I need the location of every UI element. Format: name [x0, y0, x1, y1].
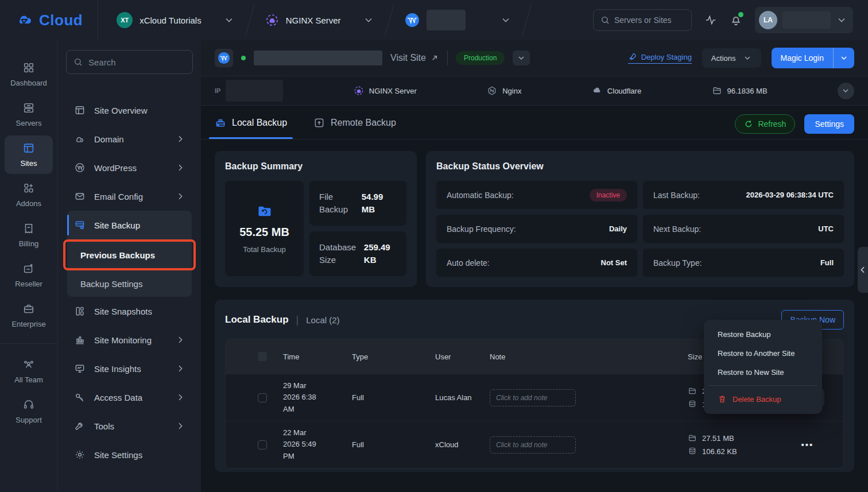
deploy-staging-label: Deploy Staging	[641, 53, 692, 61]
submenu-search-input[interactable]	[88, 57, 180, 67]
side-panel-toggle[interactable]	[858, 247, 868, 293]
briefcase-icon	[22, 303, 35, 315]
tab-local-backup[interactable]: Local Backup	[215, 117, 287, 139]
environment-dropdown-button[interactable]	[513, 51, 530, 65]
sidebar-item-addons[interactable]: Addons	[5, 176, 53, 214]
menu-restore-another-site[interactable]: Restore to Another Site	[704, 344, 822, 363]
note-input[interactable]: Click to add note	[490, 389, 576, 406]
sidebar-item-support[interactable]: Support	[5, 392, 53, 431]
actions-button[interactable]: Actions	[702, 48, 761, 68]
site-name-redacted	[427, 10, 466, 30]
row-actions-button[interactable]: •••	[791, 435, 824, 455]
chevron-right-icon	[176, 364, 185, 373]
menu-item-backup-settings[interactable]: Backup Settings	[67, 270, 192, 297]
workspace-selector[interactable]: XT xCloud Tutorials	[105, 12, 246, 28]
workspace-badge: XT	[117, 12, 133, 28]
activity-icon[interactable]	[704, 14, 717, 26]
environment-badge: Production	[456, 51, 505, 65]
envelope-icon	[74, 191, 86, 202]
sites-icon	[22, 142, 35, 154]
server-selector[interactable]: NGINX Server	[254, 13, 386, 27]
backup-time: 29 Mar 2026 6:38 AM	[283, 380, 352, 414]
delete-backup-label: Delete Backup	[733, 395, 781, 404]
time-line: 2026 6:38	[283, 393, 316, 401]
table-row: 22 Mar 2026 5:49 PM Full xCloud Click to…	[226, 421, 843, 468]
status-value: Daily	[609, 224, 627, 233]
backup-type: Full	[352, 393, 435, 402]
menu-item-site-monitoring[interactable]: Site Monitoring	[58, 326, 201, 354]
sidebar-item-enterprise[interactable]: Enterprise	[5, 296, 53, 335]
tab-label: Remote Backup	[331, 118, 396, 128]
sidebar-item-sites[interactable]: Sites	[5, 135, 53, 174]
ip-label: IP	[215, 87, 220, 94]
site-selector[interactable]	[393, 10, 523, 30]
actions-label: Actions	[711, 54, 736, 63]
database-size-tile: Database Size 259.49 KB	[309, 231, 406, 276]
column-time: Time	[283, 352, 352, 361]
tab-remote-backup[interactable]: Remote Backup	[313, 117, 396, 139]
deploy-staging-link[interactable]: Deploy Staging	[628, 52, 692, 64]
status-backup-frequency: Backup Frequency: Daily	[436, 215, 637, 243]
trash-icon	[718, 394, 727, 404]
global-search-input[interactable]	[614, 16, 677, 25]
magic-login-button[interactable]: Magic Login	[772, 48, 855, 68]
refresh-button[interactable]: Refresh	[735, 114, 795, 134]
tab-label: Local Backup	[232, 118, 287, 128]
sidebar-item-reseller[interactable]: Reseller	[5, 256, 53, 295]
status-value: UTC	[818, 224, 834, 233]
menu-item-site-backup[interactable]: Site Backup	[67, 211, 192, 239]
menu-item-tools[interactable]: Tools	[58, 412, 201, 440]
submenu-search[interactable]	[66, 50, 193, 74]
backup-user: xCloud	[435, 440, 490, 449]
reseller-icon	[22, 262, 35, 275]
chevron-right-icon	[176, 134, 185, 144]
sidebar-item-billing[interactable]: Billing	[5, 216, 53, 254]
total-backup-label: Total Backup	[243, 245, 285, 254]
backup-status-card: Backup Status Overview Automatic Backup:…	[426, 151, 854, 287]
menu-item-domain[interactable]: Domain	[58, 125, 201, 153]
servers-icon	[22, 102, 35, 114]
menu-restore-backup[interactable]: Restore Backup	[704, 325, 822, 344]
xcloud-logo[interactable]: Cloud	[0, 11, 98, 29]
menu-restore-new-site[interactable]: Restore to New Site	[704, 363, 822, 382]
user-name-redacted	[782, 11, 831, 29]
server-name: NGINX Server	[286, 16, 341, 25]
top-navbar: Cloud XT xCloud Tutorials NGINX Server	[0, 0, 868, 40]
notifications-button[interactable]	[730, 14, 742, 26]
menu-item-access-data[interactable]: Access Data	[58, 383, 201, 412]
backup-size: 27.51 MB 106.62 KB	[688, 433, 785, 456]
status-last-backup: Last Backup: 2026-03-29 06:38:34 UTC	[643, 181, 844, 209]
sidebar-item-dashboard[interactable]: Dashboard	[5, 55, 53, 94]
settings-button[interactable]: Settings	[804, 114, 854, 134]
menu-item-site-snapshots[interactable]: Site Snapshots	[58, 297, 201, 326]
status-value: Not Set	[601, 258, 627, 267]
cloud-logo-icon	[15, 11, 34, 29]
menu-item-wordpress[interactable]: WordPress	[58, 153, 201, 182]
visit-site-link[interactable]: Visit Site	[390, 53, 439, 63]
row-checkbox[interactable]	[258, 393, 267, 402]
magic-login-dropdown[interactable]	[833, 48, 854, 68]
menu-item-site-settings[interactable]: Site Settings	[58, 440, 201, 469]
menu-item-site-overview[interactable]: Site Overview	[58, 96, 201, 125]
user-menu[interactable]: LA	[755, 7, 853, 33]
menu-item-email-config[interactable]: Email Config	[58, 182, 201, 211]
team-icon	[22, 358, 35, 371]
select-all-checkbox[interactable]	[258, 352, 267, 361]
global-search[interactable]	[593, 9, 692, 31]
sidebar-item-all-team[interactable]: All Team	[5, 352, 53, 390]
sidebar-label: Reseller	[15, 280, 42, 288]
sidebar-label: Support	[16, 416, 42, 424]
menu-item-previous-backups[interactable]: Previous Backups	[63, 239, 196, 270]
folder-icon	[688, 433, 697, 443]
disk-usage: 96.1836 MB	[727, 87, 768, 95]
menu-item-site-insights[interactable]: Site Insights	[58, 354, 201, 383]
row-checkbox[interactable]	[258, 440, 267, 450]
tabs-divider	[201, 139, 868, 140]
note-input[interactable]: Click to add note	[490, 436, 576, 454]
menu-label: Site Insights	[94, 364, 141, 374]
sidebar-item-servers[interactable]: Servers	[5, 95, 53, 134]
total-backup-tile: 55.25 MB Total Backup	[225, 181, 304, 276]
menu-delete-backup[interactable]: Delete Backup	[704, 389, 822, 409]
sidebar-label: Servers	[16, 119, 42, 127]
info-bar-expand-button[interactable]	[838, 83, 854, 99]
